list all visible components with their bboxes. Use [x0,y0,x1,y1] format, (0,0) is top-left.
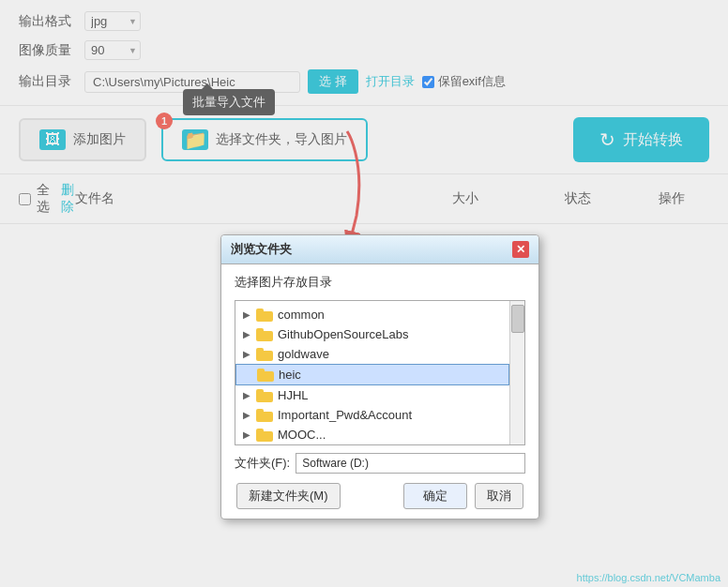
folder-name: goldwave [278,347,329,361]
folder-icon [257,369,274,382]
file-tree: ▶ common ▶ GithubOpenSourceLabs ▶ [235,301,509,444]
folder-name: HJHL [278,388,309,402]
list-item[interactable]: ▶ goldwave [235,344,509,364]
folder-icon [256,309,273,322]
confirm-buttons: 确定 取消 [403,483,523,509]
expand-arrow-icon: ▶ [243,410,254,420]
expand-arrow-icon: ▶ [243,309,254,320]
folder-icon [256,348,273,361]
folder-icon [256,328,273,341]
folder-name: MOOC... [278,428,326,442]
list-item[interactable]: ▶ HJHL [235,385,509,405]
dialog-overlay: 浏览文件夹 ✕ 选择图片存放目录 ▶ common ▶ [0,0,728,587]
folder-name: common [278,308,325,322]
expand-arrow-icon: ▶ [243,429,254,440]
folder-icon [256,429,273,442]
main-app: 输出格式 jpg png webp 图像质量 90 80 70 输出目录 [0,0,728,587]
cancel-button[interactable]: 取消 [475,483,523,509]
expand-arrow-icon: ▶ [243,390,254,400]
scrollbar-thumb[interactable] [511,305,524,333]
browse-folder-dialog: 浏览文件夹 ✕ 选择图片存放目录 ▶ common ▶ [220,234,539,519]
expand-arrow-icon: ▶ [243,349,254,359]
new-folder-button[interactable]: 新建文件夹(M) [236,483,341,509]
scrollbar-track[interactable] [509,301,524,444]
list-item[interactable]: heic [235,364,509,385]
list-item[interactable]: ▶ Important_Pwd&Account [235,405,509,425]
ok-button[interactable]: 确定 [403,483,467,509]
folder-name: GithubOpenSourceLabs [278,327,408,341]
folder-name: heic [279,368,301,382]
dialog-close-button[interactable]: ✕ [512,241,529,258]
dialog-title: 浏览文件夹 [231,241,292,258]
list-item[interactable]: ▶ GithubOpenSourceLabs [235,324,509,344]
list-item[interactable]: ▶ MOOC... [235,425,509,444]
folder-path-input[interactable] [296,453,525,474]
folder-name: Important_Pwd&Account [278,408,412,422]
folder-label: 文件夹(F): [235,455,290,472]
expand-arrow-icon: ▶ [243,329,254,339]
list-item[interactable]: ▶ common [235,305,509,324]
dialog-subtitle: 选择图片存放目录 [235,274,525,291]
dialog-body: 选择图片存放目录 ▶ common ▶ GithubOpenSourceLabs [221,264,538,519]
dialog-buttons: 新建文件夹(M) 确定 取消 [235,483,525,509]
file-tree-container: ▶ common ▶ GithubOpenSourceLabs ▶ [235,300,525,445]
dialog-footer-row: 文件夹(F): [235,453,525,474]
dialog-titlebar: 浏览文件夹 ✕ [221,235,538,264]
folder-icon [256,409,273,422]
folder-icon [256,389,273,402]
